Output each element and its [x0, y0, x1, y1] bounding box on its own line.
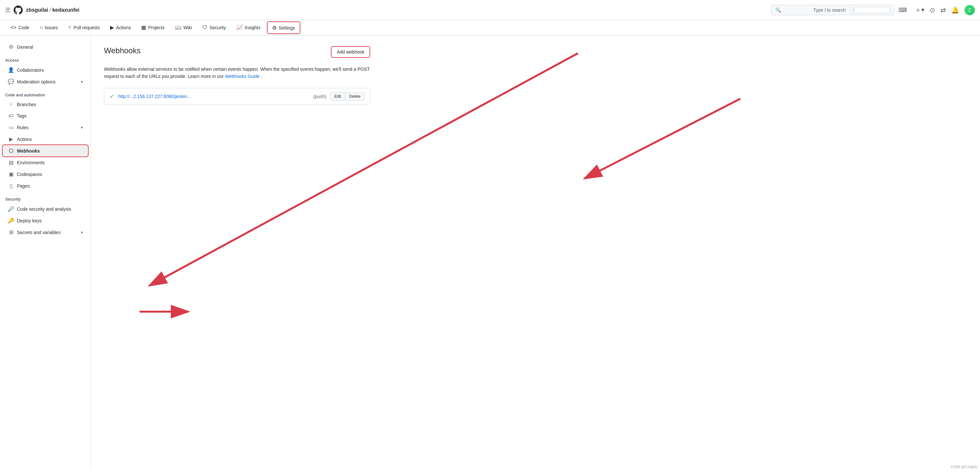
- watermark: CSDN @不叫猫先: [951, 465, 977, 469]
- annotation-arrows: [0, 0, 980, 469]
